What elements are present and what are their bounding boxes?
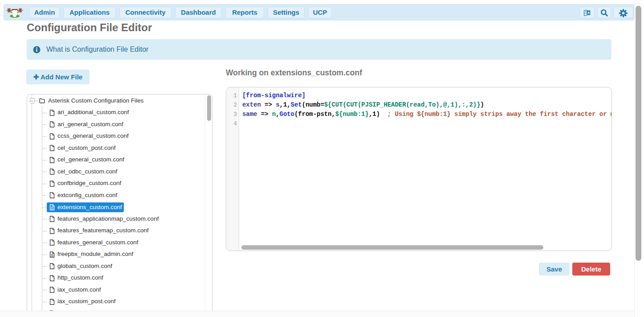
svg-text:A: A: [587, 11, 590, 15]
